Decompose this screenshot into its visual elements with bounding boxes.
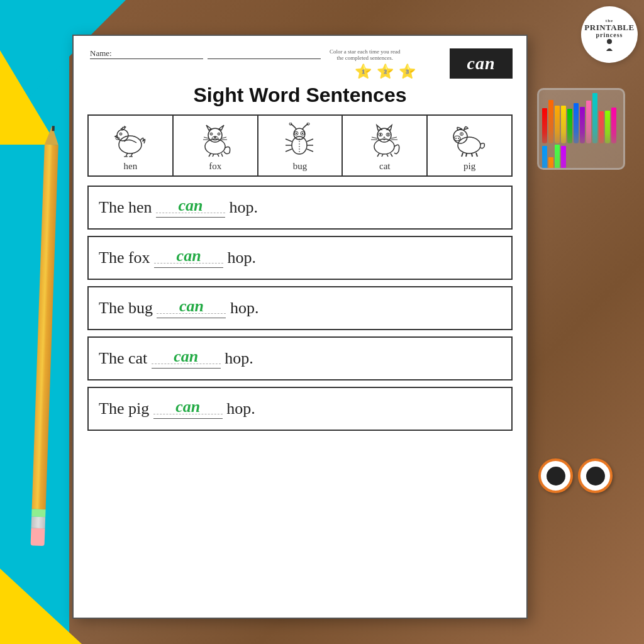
brand-princess: princess (596, 31, 623, 38)
svg-line-17 (213, 154, 214, 157)
star-2-num: 2 (384, 69, 387, 75)
crayon (580, 107, 585, 143)
brand-logo: the PRINTABLE princess (581, 6, 638, 63)
solid-line-2 (154, 267, 223, 268)
svg-line-32 (286, 139, 292, 142)
svg-line-51 (387, 154, 388, 157)
animals-grid: hen (87, 114, 513, 177)
can-word-5: can (175, 397, 200, 416)
svg-point-56 (455, 138, 457, 139)
writing-lines-5: can (153, 399, 223, 419)
pig-svg (449, 123, 490, 157)
svg-line-50 (382, 154, 383, 157)
svg-line-18 (218, 154, 219, 157)
svg-line-37 (307, 149, 313, 152)
sentence-4-suffix: hop. (221, 349, 253, 368)
worksheet-header: Name: Color a star each time you read th… (87, 48, 513, 80)
crayons-jar (537, 88, 625, 189)
svg-point-57 (458, 138, 459, 139)
svg-point-13 (211, 133, 212, 135)
svg-line-49 (377, 153, 379, 157)
pencil-eraser (31, 528, 45, 546)
fox-image (193, 121, 237, 158)
hen-image (108, 121, 152, 158)
googly-pupil-left (547, 467, 565, 486)
sentence-text-5: The pig can hop. (99, 399, 255, 419)
crayon (555, 106, 560, 143)
sentence-row-2: The fox can hop. (87, 236, 513, 280)
crayon (567, 109, 572, 143)
sentence-row-3: The bug can hop. (87, 286, 513, 330)
can-word-3: can (179, 297, 204, 316)
crayon (561, 106, 566, 143)
svg-line-61 (466, 153, 467, 157)
solid-line-4 (152, 368, 221, 369)
svg-line-19 (221, 153, 223, 157)
bug-svg (279, 123, 320, 157)
crayon (542, 108, 547, 143)
writing-lines-3: can (157, 298, 226, 318)
svg-line-52 (391, 153, 392, 157)
can-word-4: can (174, 347, 198, 366)
pig-label: pig (464, 161, 475, 172)
svg-point-29 (296, 132, 297, 133)
svg-point-55 (454, 136, 460, 141)
pencil-tip (45, 126, 59, 145)
pencil-tip-dark (52, 126, 55, 131)
stars: ⭐ 1 ⭐ 2 ⭐ 3 (327, 64, 443, 80)
googly-pupil-right (586, 467, 605, 486)
sentence-row-5: The pig can hop. (87, 387, 513, 431)
svg-point-0 (607, 39, 612, 44)
crayon (605, 111, 610, 143)
svg-point-39 (374, 139, 394, 154)
svg-line-35 (307, 139, 313, 142)
solid-line-1 (156, 217, 225, 218)
animal-cell-fox: fox (174, 116, 258, 175)
sentence-1-suffix: hop. (225, 198, 258, 217)
sentence-text-1: The hen can hop. (99, 197, 258, 218)
solid-line-5 (153, 418, 223, 419)
sentence-text-3: The bug can hop. (99, 298, 258, 318)
crayon (599, 111, 604, 143)
star-instruction: Color a star each time you read the comp… (327, 48, 402, 61)
crayon (586, 101, 591, 143)
googly-eyes (538, 458, 613, 493)
svg-point-25 (294, 128, 305, 140)
crayon (555, 145, 560, 170)
googly-eye-left (538, 458, 573, 493)
crayon (611, 108, 616, 143)
worksheet: Name: Color a star each time you read th… (72, 35, 528, 619)
can-word-2: can (177, 247, 201, 265)
svg-point-1 (119, 136, 142, 153)
crayon (548, 157, 553, 170)
name-field: Name: (87, 48, 321, 59)
sentence-5-prefix: The pig (99, 399, 153, 418)
svg-line-34 (286, 149, 292, 152)
brand-printable: PRINTABLE (584, 23, 634, 31)
svg-line-60 (462, 153, 463, 157)
sentence-1-prefix: The hen (99, 198, 156, 217)
sentence-3-prefix: The bug (99, 299, 157, 318)
name-label: Name: (90, 48, 203, 59)
svg-point-44 (387, 133, 389, 136)
princess-icon (603, 38, 616, 51)
googly-eye-right (578, 458, 613, 493)
sight-word-badge: can (450, 48, 513, 79)
pig-image (448, 121, 492, 158)
crayon (548, 100, 553, 143)
svg-point-6 (120, 133, 121, 135)
cat-image (363, 121, 407, 158)
svg-line-45 (372, 137, 377, 138)
solid-line-3 (157, 318, 226, 318)
animal-cell-hen: hen (89, 116, 174, 175)
crayon (542, 146, 547, 170)
sight-word-text: can (467, 53, 496, 73)
sentence-2-prefix: The fox (99, 248, 154, 267)
sentence-3-suffix: hop. (226, 299, 258, 318)
worksheet-title: Sight Word Sentences (87, 84, 513, 107)
cat-svg (364, 123, 405, 157)
svg-point-11 (214, 136, 216, 138)
crayon (574, 103, 579, 143)
svg-point-42 (380, 133, 381, 136)
svg-line-63 (476, 153, 477, 157)
